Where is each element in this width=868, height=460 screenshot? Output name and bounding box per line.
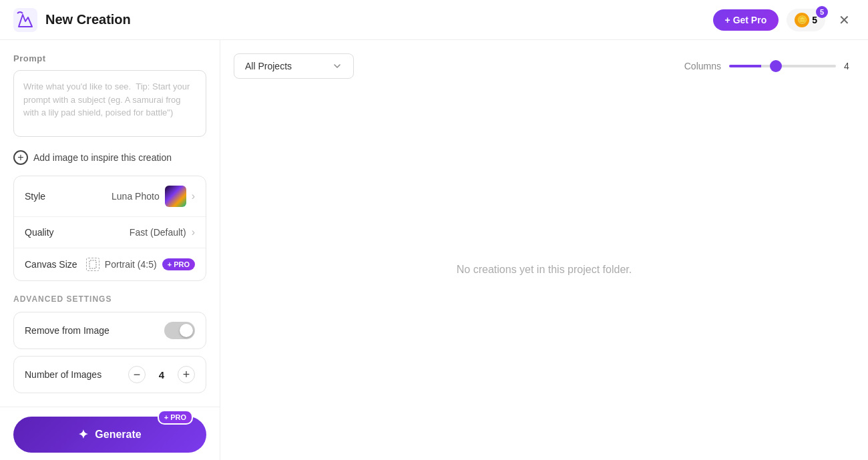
columns-slider[interactable]	[729, 65, 836, 67]
canvas-value: Portrait (4:5)	[105, 259, 157, 270]
generate-button[interactable]: + PRO ✦ Generate	[13, 417, 206, 453]
generate-area: + PRO ✦ Generate This will use 1 Lumen. …	[0, 407, 220, 460]
get-pro-button[interactable]: + Get Pro	[713, 9, 779, 31]
app-title: New Creation	[45, 12, 131, 27]
canvas-label: Canvas Size	[25, 259, 77, 270]
quality-value-group: Fast (Default) ›	[130, 226, 195, 238]
generate-label: Generate	[95, 429, 141, 441]
coins-badge[interactable]: 🪙 5 5	[787, 9, 825, 31]
quality-row[interactable]: Quality Fast (Default) ›	[14, 217, 206, 248]
style-row[interactable]: Style Luna Photo ›	[14, 176, 206, 217]
chevron-right-icon: ›	[192, 190, 195, 202]
remove-label: Remove from Image	[25, 325, 110, 336]
header-left: New Creation	[13, 8, 131, 32]
project-selector-label: All Projects	[245, 61, 292, 71]
main-layout: Prompt + Add image to inspire this creat…	[0, 40, 868, 460]
remove-from-image-row: Remove from Image	[13, 312, 206, 349]
chevron-down-icon	[332, 61, 343, 71]
toggle-knob	[180, 324, 193, 337]
project-selector[interactable]: All Projects	[234, 53, 354, 79]
canvas-pro-badge: + PRO	[162, 258, 195, 270]
quality-label: Quality	[25, 227, 54, 238]
notification-dot: 5	[816, 6, 828, 18]
advanced-section: ADVANCED SETTINGS Remove from Image Numb…	[13, 294, 206, 407]
coins-count: 5	[812, 15, 817, 25]
style-value: Luna Photo	[112, 191, 160, 202]
prompt-section-label: Prompt	[13, 53, 206, 63]
logo-icon	[13, 8, 37, 32]
increment-button[interactable]: +	[178, 366, 195, 383]
chevron-right-icon-2: ›	[192, 226, 195, 238]
canvas-row[interactable]: Canvas Size Portrait (4:5) + PRO	[14, 248, 206, 280]
canvas-value-group: Portrait (4:5) + PRO	[86, 258, 195, 271]
remove-toggle[interactable]	[164, 322, 195, 339]
settings-card: Style Luna Photo › Quality Fast (Default…	[13, 176, 206, 281]
right-panel: All Projects Columns 4 No creations yet …	[220, 40, 868, 460]
columns-control: Columns 4	[684, 61, 855, 71]
columns-label: Columns	[684, 61, 721, 71]
number-controls: − 4 +	[128, 366, 195, 383]
quality-value: Fast (Default)	[130, 227, 186, 238]
sparkle-icon: ✦	[78, 427, 88, 442]
add-image-icon: +	[13, 150, 28, 165]
decrement-button[interactable]: −	[128, 366, 146, 383]
number-label: Number of Images	[25, 369, 101, 380]
get-pro-label: + Get Pro	[725, 15, 767, 25]
close-button[interactable]: ✕	[833, 9, 855, 31]
number-of-images-row: Number of Images − 4 +	[13, 356, 206, 393]
svg-rect-1	[89, 260, 96, 268]
right-top-bar: All Projects Columns 4	[234, 53, 855, 79]
columns-value: 4	[844, 61, 855, 71]
style-label: Style	[25, 191, 45, 202]
header: New Creation + Get Pro 🪙 5 5 ✕	[0, 0, 868, 40]
empty-text: No creations yet in this project folder.	[457, 264, 632, 276]
add-image-label: Add image to inspire this creation	[33, 152, 172, 163]
style-value-group: Luna Photo ›	[112, 186, 195, 207]
add-image-row[interactable]: + Add image to inspire this creation	[13, 140, 206, 176]
number-value: 4	[155, 369, 168, 381]
canvas-size-icon	[86, 258, 99, 271]
empty-state: No creations yet in this project folder.	[234, 92, 855, 447]
pro-badge: + PRO	[158, 410, 193, 425]
advanced-section-label: ADVANCED SETTINGS	[13, 294, 206, 304]
header-right: + Get Pro 🪙 5 5 ✕	[713, 9, 855, 31]
style-thumbnail	[165, 186, 186, 207]
prompt-textarea[interactable]	[13, 70, 206, 137]
coins-icon: 🪙	[795, 13, 809, 27]
left-panel: Prompt + Add image to inspire this creat…	[0, 40, 220, 460]
